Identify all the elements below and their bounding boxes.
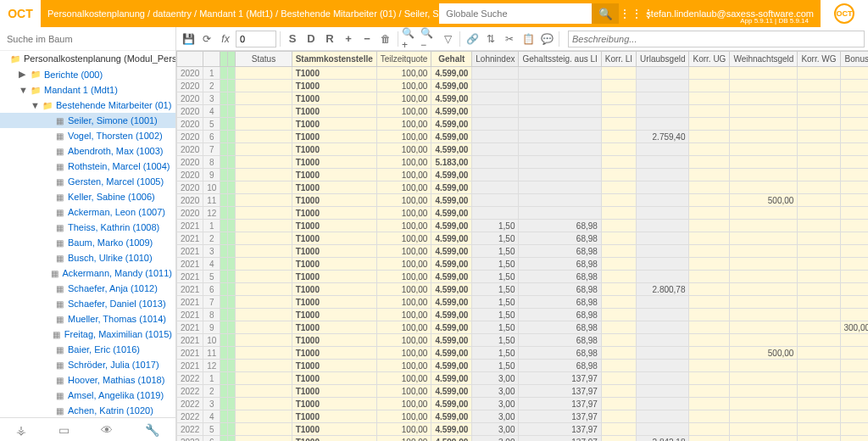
table-row[interactable]: 20216T1000100,004.599,001,5068,982.800,7…	[177, 283, 869, 296]
column-header[interactable]	[228, 52, 236, 67]
table-row[interactable]: 20223T1000100,004.599,003,00137,97300,00…	[177, 398, 869, 410]
table-row[interactable]: 202012T1000100,004.599,00100,00100,00	[177, 207, 869, 220]
zoom-out-icon[interactable]: 🔍−	[420, 31, 437, 47]
table-row[interactable]: 20226T1000100,004.599,003,00137,972.842,…	[177, 436, 869, 442]
table-row[interactable]: 20202T1000100,004.599,00100,00100,00	[177, 80, 869, 92]
global-search-input[interactable]	[439, 3, 592, 24]
table-row[interactable]: 20207T1000100,004.599,00100,00100,00	[177, 143, 869, 156]
table-row[interactable]: 20222T1000100,004.599,003,00137,97300,00…	[177, 385, 869, 398]
table-row[interactable]: 20206T1000100,004.599,002.759,40650,1010…	[177, 131, 869, 143]
tree-item[interactable]: Ackermann, Mandy (1011)	[0, 265, 175, 281]
column-header[interactable]: Weihnachtsgeld	[730, 52, 798, 67]
column-header[interactable]: Stammkostenstelle	[292, 52, 376, 67]
table-row[interactable]: 20204T1000100,004.599,00100,00100,00	[177, 105, 869, 118]
table-row[interactable]: 20215T1000100,004.599,001,5068,98100,001…	[177, 271, 869, 283]
tree-item[interactable]: ▶Berichte (000)	[0, 66, 175, 82]
button-r[interactable]: R	[321, 31, 338, 47]
table-row[interactable]: 202112T1000100,004.599,001,5068,98100,00…	[177, 360, 869, 372]
expand-icon[interactable]: ▼	[19, 85, 27, 95]
tree-item[interactable]: Gersten, Marcel (1005)	[0, 174, 175, 189]
column-header[interactable]: Urlaubsgeld	[637, 52, 689, 67]
table-row[interactable]: 202111T1000100,004.599,001,5068,98500,00…	[177, 347, 869, 360]
paste-icon[interactable]: 📋	[520, 31, 537, 47]
table-row[interactable]: 20214T1000100,004.599,001,5068,98100,001…	[177, 258, 869, 271]
column-header[interactable]: Lohnindex	[472, 52, 519, 67]
table-row[interactable]: 20221T1000100,004.599,003,00137,97300,00…	[177, 372, 869, 385]
column-header[interactable]: Korr. LI	[601, 52, 636, 67]
sort-icon[interactable]: ⇅	[482, 31, 499, 47]
column-header[interactable]: Korr. WG	[798, 52, 840, 67]
tree-item[interactable]: Amsel, Angelika (1019)	[0, 388, 175, 403]
table-row[interactable]: 20224T1000100,004.599,003,00137,97300,00…	[177, 410, 869, 423]
tree-item[interactable]: Schaefer, Daniel (1013)	[0, 296, 175, 311]
button-s[interactable]: S	[284, 31, 301, 47]
table-row[interactable]: 202010T1000100,004.599,00100,00100,00	[177, 181, 869, 194]
layout-icon[interactable]: ▭	[58, 423, 70, 437]
share-icon[interactable]: ⚶	[16, 423, 26, 437]
tree-view[interactable]: Personalkostenplanung (Modul_Personalkos…	[0, 51, 175, 417]
tree-item[interactable]: Rothstein, Marcel (1004)	[0, 159, 175, 174]
global-search-button[interactable]: 🔍	[592, 3, 619, 24]
column-header[interactable]	[220, 52, 228, 67]
zoom-in-icon[interactable]: 🔍+	[402, 31, 419, 47]
tree-item[interactable]: Seiler, Simone (1001)	[0, 113, 175, 128]
description-input[interactable]	[568, 31, 865, 47]
tree-item[interactable]: Mueller, Thomas (1014)	[0, 311, 175, 327]
refresh-icon[interactable]: ⟳	[198, 31, 215, 47]
table-row[interactable]: 20213T1000100,004.599,001,5068,98100,001…	[177, 245, 869, 258]
tree-search-input[interactable]	[7, 27, 169, 50]
tree-item[interactable]: Achen, Katrin (1020)	[0, 403, 175, 417]
minus-icon[interactable]: −	[359, 31, 376, 47]
table-row[interactable]: 20212T1000100,004.599,001,5068,98100,001…	[177, 232, 869, 245]
tree-item[interactable]: Busch, Ulrike (1010)	[0, 250, 175, 265]
expand-icon[interactable]: ▶	[19, 69, 27, 80]
data-grid-wrapper[interactable]: StatusStammkostenstelleTeilzeitquoteGeha…	[176, 51, 868, 441]
tree-item[interactable]: Vogel, Thorsten (1002)	[0, 128, 175, 143]
table-row[interactable]: 202110T1000100,004.599,001,5068,98100,00…	[177, 334, 869, 347]
table-row[interactable]: 20205T1000100,004.599,00100,00100,00	[177, 118, 869, 131]
comment-icon[interactable]: 💬	[538, 31, 555, 47]
tree-item[interactable]: Ackerman, Leon (1007)	[0, 204, 175, 220]
tree-item[interactable]: Hoover, Mathias (1018)	[0, 372, 175, 388]
save-icon[interactable]: 💾	[180, 31, 197, 47]
column-header[interactable]: Bonus	[840, 52, 868, 67]
tree-item[interactable]: Abendroth, Max (1003)	[0, 143, 175, 159]
tree-item[interactable]: Schröder, Julia (1017)	[0, 357, 175, 372]
tree-item[interactable]: Theiss, Kathrin (1008)	[0, 220, 175, 235]
data-grid[interactable]: StatusStammkostenstelleTeilzeitquoteGeha…	[176, 51, 868, 441]
button-d[interactable]: D	[303, 31, 320, 47]
expand-icon[interactable]: ▼	[31, 100, 39, 110]
filter-icon[interactable]: ▽	[439, 31, 456, 47]
column-header[interactable]: Status	[236, 52, 292, 67]
tree-item[interactable]: Baum, Marko (1009)	[0, 235, 175, 250]
tree-item[interactable]: Baier, Eric (1016)	[0, 342, 175, 357]
apps-menu-icon[interactable]: ⋮⋮⋮	[619, 7, 639, 20]
tree-item[interactable]: Schaefer, Anja (1012)	[0, 281, 175, 296]
tree-item[interactable]: ▼Bestehende Mitarbeiter (01)	[0, 98, 175, 113]
value-input[interactable]	[236, 31, 276, 47]
column-header[interactable]: Gehalt	[431, 52, 472, 67]
table-row[interactable]: 20209T1000100,004.599,00100,00100,00	[177, 169, 869, 181]
table-row[interactable]: 20225T1000100,004.599,003,00137,97300,00…	[177, 423, 869, 436]
tree-item[interactable]: Freitag, Maximilian (1015)	[0, 327, 175, 342]
table-row[interactable]: 20211T1000100,004.599,001,5068,98100,001…	[177, 220, 869, 232]
table-row[interactable]: 20219T1000100,004.599,001,5068,98300,001…	[177, 321, 869, 334]
link-icon[interactable]: 🔗	[464, 31, 481, 47]
table-row[interactable]: 20203T1000100,004.599,00100,00100,00	[177, 92, 869, 105]
column-header[interactable]: Gehaltssteig. aus LI	[519, 52, 601, 67]
logo-main[interactable]: OCT	[0, 0, 41, 27]
table-row[interactable]: 20218T1000100,004.599,001,5068,98100,001…	[177, 309, 869, 321]
table-row[interactable]: 20208T1000100,005.183,00100,00100,00	[177, 156, 869, 169]
formula-icon[interactable]: fx	[217, 31, 234, 47]
column-header[interactable]: Korr. UG	[689, 52, 730, 67]
eye-icon[interactable]: 👁	[101, 423, 113, 437]
column-header[interactable]: Teilzeitquote	[376, 52, 431, 67]
cut-icon[interactable]: ✂	[501, 31, 518, 47]
tree-item[interactable]: Keller, Sabine (1006)	[0, 189, 175, 204]
tree-item[interactable]: Personalkostenplanung (Modul_Personalkos…	[0, 51, 175, 66]
table-row[interactable]: 202011T1000100,004.599,00500,00100,00100…	[177, 194, 869, 207]
plus-icon[interactable]: +	[340, 31, 357, 47]
column-header[interactable]	[177, 52, 203, 67]
table-row[interactable]: 20201T1000100,004.599,00100,00100,00	[177, 67, 869, 80]
logo-right[interactable]: OCT	[821, 0, 868, 27]
